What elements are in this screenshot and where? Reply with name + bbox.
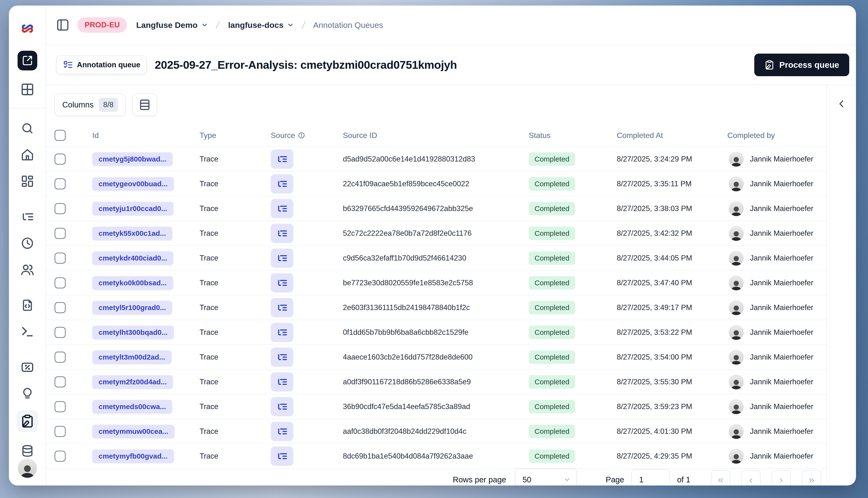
avatar-silhouette-icon [730,378,742,389]
item-id-badge[interactable]: cmetyl5r100grad0... [92,301,172,314]
trace-source-icon[interactable] [271,447,293,466]
item-id-badge[interactable]: cmetyg5j800bwad... [92,153,173,166]
trace-source-icon[interactable] [271,372,293,392]
previous-page-button[interactable]: ‹ [741,470,761,485]
trace-source-icon[interactable] [271,199,293,218]
sidebar-item-home[interactable] [20,147,35,162]
select-all-checkbox[interactable] [55,130,66,141]
item-id-badge[interactable]: cmetymyfb00gvad... [92,449,174,463]
row-checkbox[interactable] [55,154,66,165]
sidebar-item-annotation-queues[interactable] [16,410,38,432]
breadcrumb-project[interactable]: langfuse-docs [228,21,294,30]
row-checkbox[interactable] [55,401,66,412]
file-code-icon [21,299,34,312]
table-row[interactable]: cmetylht300bqad0... Trace 0f1dd65b7bb9bf… [46,320,826,344]
row-checkbox[interactable] [55,203,66,214]
row-checkbox[interactable] [55,253,66,264]
trace-source-icon[interactable] [271,249,293,268]
row-height-button[interactable] [132,93,157,116]
table-row[interactable]: cmetym2fz00d4ad... Trace a0df3f901167218… [46,369,826,394]
percent-card-icon [21,360,34,374]
table-row[interactable]: cmetygeov00buad... Trace 22c41f09acae5b1… [46,171,826,196]
collapse-panel-button[interactable] [834,96,849,112]
table-row[interactable]: cmetymmuw00cea... Trace aaf0c38db0f3f204… [46,419,826,443]
item-id-badge[interactable]: cmetym2fz00d4ad... [92,375,173,389]
column-header-source-id[interactable]: Source ID [335,131,520,140]
row-checkbox[interactable] [55,178,66,189]
row-checkbox[interactable] [55,228,66,239]
sidebar-toggle-button[interactable] [55,17,70,32]
columns-button[interactable]: Columns 8/8 [55,93,126,116]
trace-source-icon[interactable] [271,348,293,367]
trace-source-icon[interactable] [271,397,293,416]
first-page-button[interactable]: « [711,470,730,485]
row-checkbox[interactable] [55,302,66,313]
table-row[interactable]: cmetymeds00cwa... Trace 36b90cdfc47e5da1… [46,394,826,419]
list-tree-icon [276,302,288,313]
sidebar-item-users[interactable] [20,262,35,277]
table-row[interactable]: cmetyg5j800bwad... Trace d5ad9d52a00c6e1… [46,146,826,171]
rows-per-page-select[interactable]: 50 [515,469,577,485]
row-checkbox[interactable] [55,376,66,388]
row-checkbox[interactable] [55,352,66,363]
clipboard-pen-icon [21,414,34,428]
source-id: 8dc69b1ba1e540b4d084a7f9262a3aae [343,452,473,460]
breadcrumb-org[interactable]: Langfuse Demo [136,21,208,30]
trace-source-icon[interactable] [271,149,293,169]
table-row[interactable]: cmetylt3m00d2ad... Trace 4aaece1603cb2e1… [46,344,826,369]
sidebar-item-search[interactable] [20,121,35,136]
table-row[interactable]: cmetyju1r00ccad0... Trace b63297665cfd44… [46,196,826,221]
completed-by-name: Jannik Maierhoefer [750,278,813,287]
sidebar-item-prompts[interactable] [20,386,35,401]
trace-source-icon[interactable] [271,422,293,441]
info-icon[interactable] [298,132,305,139]
column-header-completed-at[interactable]: Completed At [609,131,719,140]
column-header-id[interactable]: Id [84,131,191,140]
trace-source-icon[interactable] [271,323,293,342]
next-page-button[interactable]: › [772,470,791,485]
item-id-badge[interactable]: cmetymmuw00cea... [92,425,174,438]
langfuse-logo-icon[interactable] [21,23,34,34]
column-header-status[interactable]: Status [520,131,609,140]
trace-source-icon[interactable] [271,174,293,194]
sidebar-item-dashboards[interactable] [20,174,35,189]
item-id-badge[interactable]: cmetylt3m00d2ad... [92,351,171,364]
item-id-badge[interactable]: cmetymeds00cwa... [92,400,172,414]
item-id-badge[interactable]: cmetylht300bqad0... [92,326,174,339]
item-id-badge[interactable]: cmetyju1r00ccad0... [92,202,173,215]
user-avatar[interactable] [18,459,37,478]
table-row[interactable]: cmetyko0k00bsad... Trace be7723e30d80205… [46,270,826,295]
sidebar-item-sessions[interactable] [20,236,35,251]
item-id-badge[interactable]: cmetykdr400ciad0... [92,251,173,265]
trace-source-icon[interactable] [271,224,293,243]
sidebar-item-database[interactable] [20,443,35,458]
row-checkbox[interactable] [55,426,66,437]
table-row[interactable]: cmetykdr400ciad0... Trace c9d56ca32efaff… [46,245,826,270]
environment-badge[interactable]: PROD-EU [77,17,127,33]
sidebar-item-tables[interactable] [20,82,35,97]
last-page-button[interactable]: » [802,470,821,485]
item-id-badge[interactable]: cmetyko0k00bsad... [92,276,173,290]
row-checkbox[interactable] [55,451,66,462]
item-id-badge[interactable]: cmetyk55x00c1ad... [92,227,172,240]
sidebar-item-tracing[interactable] [20,209,35,224]
column-header-type[interactable]: Type [191,131,262,140]
item-id-badge[interactable]: cmetygeov00buad... [92,177,174,191]
process-queue-button[interactable]: Process queue [754,54,849,76]
trace-source-icon[interactable] [271,298,293,317]
column-header-completed-by[interactable]: Completed by [719,131,826,140]
table-row[interactable]: cmetyk55x00c1ad... Trace 52c72c2222ea78e… [46,221,826,245]
completed-at: 8/27/2025, 3:44:05 PM [617,254,692,262]
table-row[interactable]: cmetymyfb00gvad... Trace 8dc69b1ba1e540b… [46,443,826,468]
sidebar-item-open-external[interactable] [17,51,37,70]
column-header-source[interactable]: Source [262,131,335,140]
trace-source-icon[interactable] [271,273,293,292]
list-tree-icon [276,376,288,388]
sidebar-item-playground[interactable] [20,324,35,339]
page-number-input[interactable] [631,469,670,485]
sidebar-item-datasets[interactable] [20,298,35,313]
sidebar-item-evaluation[interactable] [20,360,35,375]
row-checkbox[interactable] [55,277,66,288]
table-row[interactable]: cmetyl5r100grad0... Trace 2e603f31361115… [46,295,826,320]
row-checkbox[interactable] [55,327,66,338]
